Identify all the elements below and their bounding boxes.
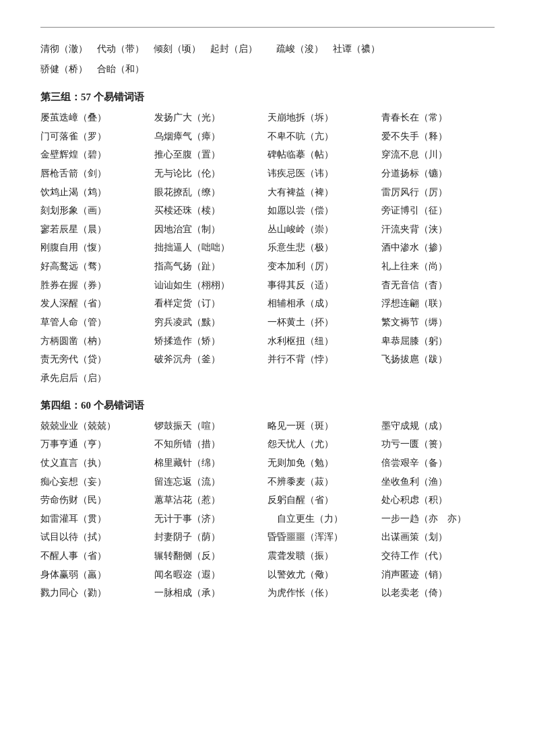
list-item: 浮想连翩（联） (381, 295, 495, 312)
section3-grid: 屡茧迭嶂（叠）发扬广大（光）天崩地拆（坼）青春长在（常）门可落雀（罗）乌烟瘴气（… (40, 109, 495, 387)
list-item: 眼花撩乱（缭） (154, 184, 268, 201)
list-item: 乌烟瘴气（瘴） (154, 128, 268, 145)
list-item: 飞扬拔扈（跋） (381, 351, 495, 368)
section4-title: 第四组：60 个易错词语 (40, 399, 495, 412)
list-item: 买椟还珠（椟） (154, 202, 268, 219)
list-item: 推心至腹（置） (154, 146, 268, 164)
list-item: 无与论比（伦） (154, 165, 268, 182)
list-item: 一脉相成（承） (154, 584, 268, 602)
list-item: 乐意生悲（极） (268, 239, 381, 256)
list-item: 雷厉风行（厉） (381, 184, 495, 201)
list-item: 礼上往来（尚） (381, 258, 495, 275)
list-item: 指高气扬（趾） (154, 258, 268, 275)
list-item: 留连忘返（流） (154, 473, 268, 491)
section4-grid: 兢兢业业（兢兢）锣鼓振天（喧）略见一斑（斑）墨守成规（成）万事亨通（亨）不知所错… (40, 417, 495, 602)
list-item: 青春长在（常） (381, 109, 495, 127)
list-item: 墨守成规（成） (381, 417, 495, 435)
list-item: 破斧沉舟（釜） (154, 351, 268, 368)
list-item: 寥若辰星（晨） (40, 221, 154, 238)
list-item: 反躬自醒（省） (268, 491, 381, 509)
list-item: 方柄圆凿（枘） (40, 333, 154, 350)
list-item (154, 370, 268, 387)
list-item: 繁文褥节（缛） (381, 314, 495, 331)
list-item: 不卑不吭（亢） (268, 128, 381, 145)
list-item: 消声匿迹（销） (381, 566, 495, 584)
list-item: 怨天忧人（尤） (268, 436, 381, 453)
list-item: 事得其反（适） (268, 277, 381, 294)
list-item: 草管人命（管） (40, 314, 154, 331)
list-item: 讪讪如生（栩栩） (154, 277, 268, 294)
list-item: 分道扬标（镳） (381, 165, 495, 182)
list-item: 承先启后（启） (40, 370, 154, 387)
list-item: 无则加免（勉） (268, 454, 381, 472)
list-item: 发扬广大（光） (154, 109, 268, 127)
list-item: 责无旁代（贷） (40, 351, 154, 368)
list-item: 戮力同心（勠） (40, 584, 154, 602)
list-item: 拙拙逼人（咄咄） (154, 239, 268, 256)
intro-line2: 骄健（桥） 合眙（和） (40, 60, 495, 79)
list-item: 棉里藏针（绵） (154, 454, 268, 472)
list-item: 矫揉造作（矫） (154, 333, 268, 350)
list-item: 锣鼓振天（喧） (154, 417, 268, 435)
list-item: 看样定货（订） (154, 295, 268, 312)
list-item: 略见一斑（斑） (268, 417, 381, 435)
list-item: 胜券在握（券） (40, 277, 154, 294)
list-item (381, 370, 495, 387)
list-item: 刻划形象（画） (40, 202, 154, 219)
list-item: 仗义直言（执） (40, 454, 154, 472)
list-item: 试目以待（拭） (40, 528, 154, 546)
list-item: 封妻阴子（荫） (154, 528, 268, 546)
list-item: 旁证博引（征） (381, 202, 495, 219)
list-item: 不醒人事（省） (40, 547, 154, 565)
list-item: 身体赢弱（羸） (40, 566, 154, 584)
list-item: 变本加利（厉） (268, 258, 381, 275)
list-item: 卑恭屈膝（躬） (381, 333, 495, 350)
list-item: 大有裨益（裨） (268, 184, 381, 201)
list-item: 以老卖老（倚） (381, 584, 495, 602)
list-item: 蕙草沾花（惹） (154, 491, 268, 509)
top-divider (40, 27, 495, 28)
list-item: 如愿以尝（偿） (268, 202, 381, 219)
list-item: 因地治宜（制） (154, 221, 268, 238)
list-item: 坐收鱼利（渔） (381, 473, 495, 491)
list-item: 相辅相承（成） (268, 295, 381, 312)
list-item: 一步一趋（亦 亦） (381, 510, 495, 528)
list-item: 好高鹜远（骛） (40, 258, 154, 275)
list-item: 倍尝艰辛（备） (381, 454, 495, 472)
list-item: 出谋画策（划） (381, 528, 495, 546)
list-item: 不知所错（措） (154, 436, 268, 453)
list-item: 为虎作怅（伥） (268, 584, 381, 602)
list-item: 刚腹自用（愎） (40, 239, 154, 256)
list-item: 碑帖临摹（帖） (268, 146, 381, 164)
list-item: 昏昏噩噩（浑浑） (268, 528, 381, 546)
intro-line1: 清彻（澈） 代动（带） 倾刻（顷） 起封（启） 疏峻（浚） 社谭（禯） (40, 40, 495, 59)
list-item: 穿流不息（川） (381, 146, 495, 164)
list-item: 水利枢扭（纽） (268, 333, 381, 350)
list-item: 兢兢业业（兢兢） (40, 417, 154, 435)
list-item: 发人深醒（省） (40, 295, 154, 312)
list-item: 处心积虑（积） (381, 491, 495, 509)
list-item: 不辨黍麦（菽） (268, 473, 381, 491)
list-item: 劳命伤财（民） (40, 491, 154, 509)
list-item: 杳无音信（杳） (381, 277, 495, 294)
list-item: 闻名暇迩（遐） (154, 566, 268, 584)
list-item: 汗流夹背（浃） (381, 221, 495, 238)
list-item: 饮鸩止渴（鸩） (40, 184, 154, 201)
list-item: 金壁辉煌（碧） (40, 146, 154, 164)
list-item: 交待工作（代） (381, 547, 495, 565)
list-item: 讳疾忌医（讳） (268, 165, 381, 182)
list-item: 辗转翻侧（反） (154, 547, 268, 565)
list-item: 爱不失手（释） (381, 128, 495, 145)
list-item: 自立更生（力） (268, 510, 381, 528)
list-item: 痴心妄想（妄） (40, 473, 154, 491)
list-item: 无计于事（济） (154, 510, 268, 528)
list-item: 唇枪舌箭（剑） (40, 165, 154, 182)
list-item: 以警效尤（儆） (268, 566, 381, 584)
list-item: 功亏一匮（篑） (381, 436, 495, 453)
list-item: 天崩地拆（坼） (268, 109, 381, 127)
list-item: 并行不背（悖） (268, 351, 381, 368)
list-item: 万事亨通（亨） (40, 436, 154, 453)
list-item: 一杯黄土（抔） (268, 314, 381, 331)
list-item: 震聋发聩（振） (268, 547, 381, 565)
list-item: 酒中渗水（掺） (381, 239, 495, 256)
